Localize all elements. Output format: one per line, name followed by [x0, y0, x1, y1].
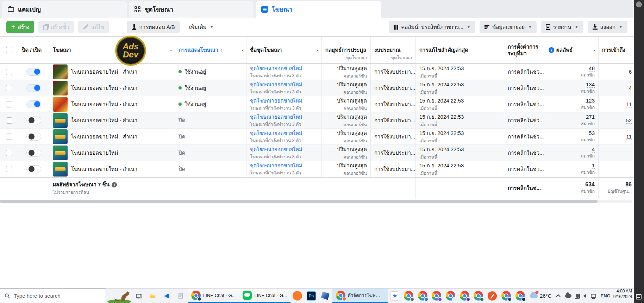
microphone-icon[interactable]	[576, 294, 579, 298]
ad-thumbnail	[53, 162, 68, 177]
chrome-icon	[501, 291, 511, 301]
chrome-profile-button[interactable]	[513, 289, 527, 303]
more-button[interactable]: เพิ่มเติม ▼	[184, 21, 219, 33]
row-checkbox[interactable]	[6, 85, 12, 91]
file-explorer-button[interactable]	[146, 289, 160, 303]
ad-toggle[interactable]	[26, 133, 41, 141]
ad-name[interactable]: โฆษณายอดขายใหม่	[71, 149, 118, 157]
tab-campaigns[interactable]: แคมเปญ	[2, 1, 127, 18]
row-checkbox[interactable]	[6, 117, 12, 124]
attribution-setting: การคลิกในช่ว...	[508, 68, 541, 76]
adset-link[interactable]: ชุดโฆษณายอดขายใหม่	[250, 161, 318, 169]
window-ads-manager[interactable]: ตัวจัดการโฆษณา...	[332, 289, 388, 303]
pen-app-button[interactable]	[485, 289, 499, 303]
delivery-status: ใช้งานอยู่	[185, 100, 206, 109]
header-last-edit[interactable]: การแก้ไขสำคัญล่าสุด	[416, 37, 504, 63]
ad-toggle[interactable]	[26, 68, 41, 76]
tray-expand-icon[interactable]	[556, 294, 561, 299]
ad-name[interactable]: โฆษณายอดขายใหม่ - สำเนา	[71, 84, 137, 92]
last-edited-subtext: เมื่อวานนี้	[419, 89, 500, 96]
edit-button[interactable]: แก้ไข	[78, 21, 109, 33]
ad-toggle[interactable]	[26, 84, 41, 92]
notepad-button[interactable]	[174, 289, 188, 303]
chrome-icon	[446, 291, 455, 301]
tab-adsets-label: ชุดโฆษณา	[145, 5, 173, 14]
vscode-button[interactable]	[160, 289, 174, 303]
row-checkbox[interactable]	[6, 134, 12, 140]
adset-link[interactable]: ชุดโฆษณายอดขายใหม่	[250, 80, 318, 88]
ad-toggle[interactable]	[26, 165, 41, 173]
tab-adsets[interactable]: ชุดโฆษณา	[129, 1, 254, 18]
info-icon[interactable]: i	[112, 182, 117, 187]
adset-link[interactable]: ชุดโฆษณายอดขายใหม่	[250, 64, 318, 72]
reports-button[interactable]: รายงาน ▼	[541, 21, 583, 33]
photoshop-icon: Ps	[307, 291, 316, 301]
header-adset-name[interactable]: ชื่อชุดโฆษณา ▾	[246, 37, 322, 63]
chrome-profile-button[interactable]	[457, 289, 471, 303]
select-all-checkbox[interactable]	[6, 47, 12, 53]
ad-name[interactable]: โฆษณายอดขายใหม่ - สำเนา	[71, 68, 137, 76]
header-attribution[interactable]: การตั้งค่าการระบุที่มา	[504, 37, 545, 63]
sort-caret-icon[interactable]: ▾	[317, 48, 319, 52]
chrome-profile-button[interactable]	[471, 289, 486, 303]
chrome-profile-button[interactable]	[402, 289, 416, 303]
create-button[interactable]: + สร้าง	[6, 21, 34, 33]
chrome-profile-button[interactable]	[416, 289, 430, 303]
row-checkbox[interactable]	[6, 101, 12, 107]
ad-name[interactable]: โฆษณายอดขายใหม่ - สำเนา	[71, 116, 137, 125]
breakdown-button[interactable]: ข้อมูลแยกย่อย ▼	[480, 21, 537, 33]
chrome-profile-button[interactable]	[499, 289, 513, 303]
star-app-button[interactable]: ★	[388, 289, 402, 303]
window-line-chat-chrome[interactable]: LINE Chat - G...	[188, 289, 239, 303]
xampp-button[interactable]	[290, 289, 305, 303]
taskbar-search[interactable]: Type here to search	[0, 289, 106, 303]
chevron-down-icon: ▼	[619, 25, 623, 29]
onedrive-icon[interactable]	[565, 294, 571, 298]
horizontal-scrollbar-handle[interactable]	[0, 200, 598, 203]
ab-test-button[interactable]: การทดสอบ A/B	[127, 21, 180, 33]
sort-caret-icon[interactable]: ▾	[170, 48, 172, 52]
action-center-icon[interactable]	[636, 294, 642, 299]
columns-button[interactable]: คอลัมน์: ประสิทธิภาพการ... ▼	[389, 21, 475, 33]
bid-strategy-subtext: คอนเวอร์ชัน	[343, 121, 367, 128]
header-delivery[interactable]: การแสดงโฆษณา↑ ▾	[175, 37, 246, 63]
sort-caret-icon[interactable]: ▾	[594, 48, 595, 52]
sort-caret-icon[interactable]: ▾	[242, 48, 243, 52]
tab-ads[interactable]: โฆษณา	[256, 1, 381, 18]
adset-link[interactable]: ชุดโฆษณายอดขายใหม่	[250, 129, 318, 137]
chrome-profile-button[interactable]	[430, 289, 444, 303]
speaker-icon[interactable]	[583, 294, 586, 298]
horizontal-scrollbar[interactable]	[0, 200, 632, 203]
window-line-chat-app[interactable]: LINE Chat - G...	[239, 289, 290, 303]
row-checkbox[interactable]	[6, 166, 12, 172]
summary-result-subtext: สมาชิก	[581, 188, 595, 195]
ad-name[interactable]: โฆษณายอดขายใหม่ - สำเนา	[71, 132, 137, 141]
ad-name[interactable]: โฆษณายอดขายใหม่ - สำเนา	[71, 100, 137, 109]
adset-link[interactable]: ชุดโฆษณายอดขายใหม่	[250, 113, 318, 121]
vertical-scrollbar[interactable]	[634, 0, 644, 303]
header-results[interactable]: iผลลัพธ์ ▾	[545, 37, 599, 63]
duplicate-button[interactable]: สร้างซ้ำ	[38, 21, 74, 33]
chrome-profile-button[interactable]	[444, 289, 458, 303]
weather-widget[interactable]: 26°C	[527, 289, 555, 303]
ad-name[interactable]: โฆษณายอดขายใหม่ - สำเนา	[71, 165, 137, 173]
delivery-cell: ปิด	[175, 129, 246, 144]
blue-app-button[interactable]	[318, 289, 332, 303]
scroll-knob[interactable]	[636, 1, 642, 7]
language-indicator[interactable]: ENG	[601, 293, 611, 298]
header-reach[interactable]: การเข้าถึง	[599, 37, 634, 63]
ad-toggle[interactable]	[26, 149, 41, 157]
ad-toggle[interactable]	[26, 100, 41, 108]
export-button[interactable]: ส่งออก ▼	[588, 21, 628, 33]
header-bid-strategy[interactable]: กลยุทธ์การประมูล ชุดโฆษณา	[322, 37, 371, 63]
photoshop-button[interactable]: Ps	[304, 289, 318, 303]
row-checkbox[interactable]	[6, 150, 12, 156]
header-ads[interactable]: โฆษณา ▾	[49, 37, 175, 63]
adset-link[interactable]: ชุดโฆษณายอดขายใหม่	[250, 97, 318, 105]
ad-toggle[interactable]	[26, 117, 41, 124]
adset-link[interactable]: ชุดโฆษณายอดขายใหม่	[250, 145, 318, 153]
network-icon[interactable]	[591, 294, 596, 298]
info-icon[interactable]: i	[549, 47, 554, 53]
row-checkbox[interactable]	[6, 69, 12, 75]
header-budget[interactable]: งบประมาณ ชุดโฆษณา	[371, 37, 416, 63]
